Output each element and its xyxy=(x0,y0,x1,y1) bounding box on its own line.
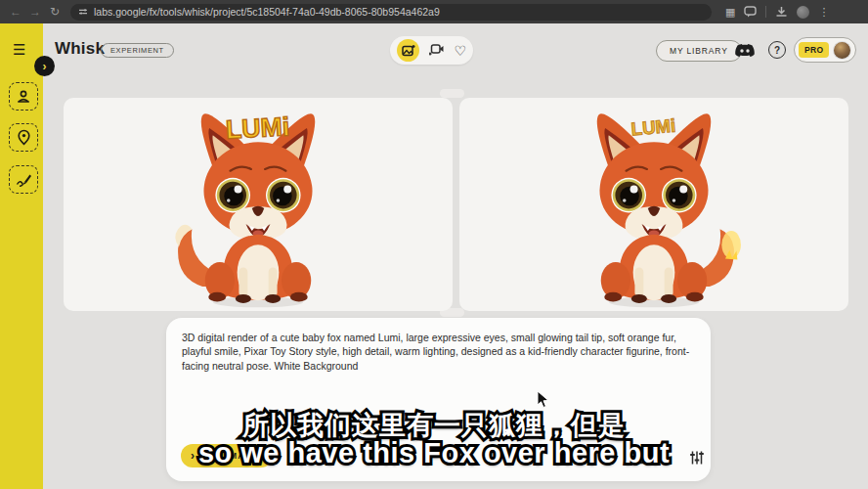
my-library-label: MY LIBRARY xyxy=(670,46,728,56)
scene-location-icon xyxy=(17,129,31,146)
menu-icon[interactable]: ☰ xyxy=(13,41,25,59)
experiment-badge: EXPERIMENT xyxy=(101,43,174,58)
panel-divider-handle-top[interactable] xyxy=(440,89,464,98)
account-button[interactable]: PRO xyxy=(794,37,856,63)
page-url: labs.google/fx/tools/whisk/project/5c185… xyxy=(94,6,440,18)
browser-profile-avatar[interactable] xyxy=(797,6,809,19)
generated-image-left[interactable]: LUMi xyxy=(64,98,453,311)
help-button[interactable]: ? xyxy=(768,41,786,59)
question-mark-icon: ? xyxy=(774,45,780,56)
fox-illustration: LUMi xyxy=(162,106,354,310)
sidebar-item-subject[interactable] xyxy=(9,82,38,111)
prompt-input[interactable]: 3D digital render of a cute baby fox nam… xyxy=(182,331,697,373)
chevron-right-icon: › xyxy=(43,60,47,73)
mouse-cursor xyxy=(537,390,550,410)
style-pen-icon xyxy=(16,172,32,187)
site-info-icon xyxy=(78,8,88,16)
image-overlay-text: LUMi xyxy=(630,115,676,140)
subtitle-english: so we have this Fox over here but xyxy=(0,437,868,469)
browser-menu-icon[interactable]: ⋮ xyxy=(818,6,829,19)
fox-illustration: LUMi xyxy=(558,106,750,310)
my-library-button[interactable]: MY LIBRARY xyxy=(656,40,742,62)
chat-icon[interactable] xyxy=(744,6,757,18)
toolbar-divider xyxy=(765,6,766,18)
subject-person-icon xyxy=(16,89,31,105)
browser-back-button[interactable]: ← xyxy=(6,5,25,19)
browser-reload-button[interactable]: ↻ xyxy=(45,5,65,19)
whisk-app-window: ← → ↻ labs.google/fx/tools/whisk/project… xyxy=(0,0,868,489)
user-avatar xyxy=(833,41,851,60)
sidebar-item-scene[interactable] xyxy=(9,123,38,152)
video-mode-button[interactable] xyxy=(429,42,445,60)
video-camera-icon xyxy=(429,42,445,56)
discord-icon[interactable] xyxy=(734,42,756,59)
mode-switcher: ♡ xyxy=(390,36,473,65)
tab-groups-icon[interactable]: ▦ xyxy=(725,6,735,19)
page-title: Whisk xyxy=(55,39,105,59)
sidebar-item-style[interactable] xyxy=(9,165,38,194)
favorites-heart-icon[interactable]: ♡ xyxy=(454,44,466,58)
download-icon[interactable] xyxy=(775,6,788,19)
sidebar-expand-button[interactable]: › xyxy=(34,56,55,76)
browser-forward-button[interactable]: → xyxy=(25,5,45,19)
address-bar[interactable]: labs.google/fx/tools/whisk/project/5c185… xyxy=(70,4,712,21)
pro-badge: PRO xyxy=(799,42,829,58)
generated-image-right[interactable]: LUMi xyxy=(459,98,848,311)
image-mode-button[interactable] xyxy=(397,39,419,62)
image-overlay-text: LUMi xyxy=(225,111,290,144)
image-add-icon xyxy=(402,44,415,58)
browser-toolbar: ← → ↻ labs.google/fx/tools/whisk/project… xyxy=(0,0,868,23)
